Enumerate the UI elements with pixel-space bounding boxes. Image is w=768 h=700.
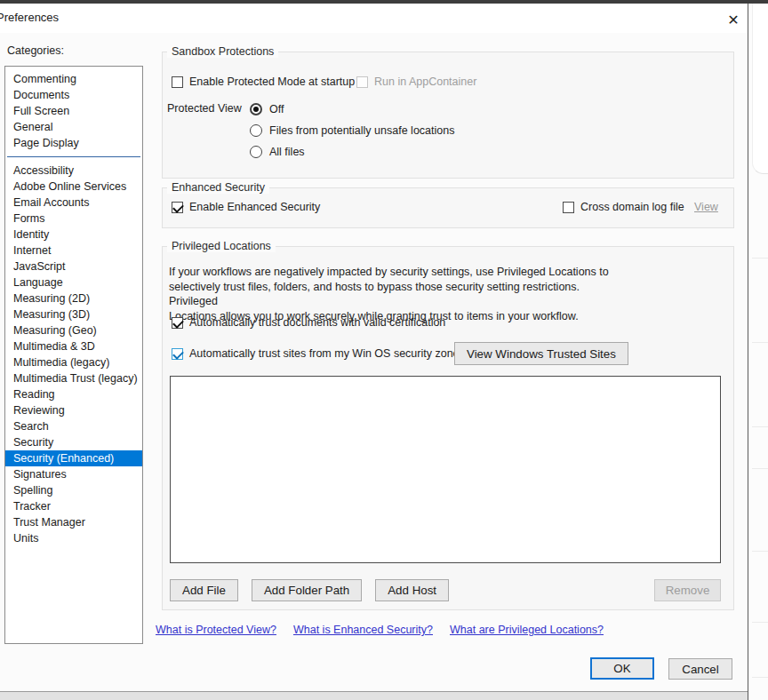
sandbox-protections-group: Sandbox Protections Enable Protected Mod… (162, 52, 734, 179)
category-item[interactable]: Search (5, 418, 142, 434)
view-windows-trusted-sites-button[interactable]: View Windows Trusted Sites (454, 342, 628, 365)
trust-sites-row: Automatically trust sites from my Win OS… (172, 347, 465, 360)
divider (752, 342, 768, 343)
category-item[interactable]: Measuring (3D) (5, 306, 142, 322)
radio-label: Files from potentially unsafe locations (269, 124, 454, 137)
sandbox-protections-title: Sandbox Protections (167, 45, 278, 58)
remove-button: Remove (654, 579, 721, 601)
help-links-row: What is Protected View?What is Enhanced … (156, 624, 604, 636)
protected-view-option[interactable]: All files (250, 141, 454, 163)
help-link[interactable]: What are Privileged Locations? (450, 624, 604, 636)
categories-label: Categories: (7, 44, 64, 57)
trust-sites-label: Automatically trust sites from my Win OS… (189, 347, 465, 360)
dialog-bottom-strip (0, 692, 748, 700)
category-item[interactable]: JavaScript (5, 259, 142, 274)
dialog-title: Preferences (0, 11, 59, 24)
privileged-locations-title: Privileged Locations (167, 240, 276, 252)
enable-protected-mode-label: Enable Protected Mode at startup (189, 76, 355, 88)
trust-sites-checkbox[interactable] (172, 348, 183, 360)
category-item[interactable]: Multimedia Trust (legacy) (5, 370, 142, 386)
enable-enhanced-security-checkbox[interactable] (172, 202, 183, 213)
category-item[interactable]: Signatures (5, 466, 142, 482)
protected-view-label: Protected View (167, 102, 242, 115)
trust-docs-label: Automatically trust documents with valid… (189, 316, 445, 329)
enable-enhanced-security-row: Enable Enhanced Security (172, 201, 320, 213)
category-item[interactable]: Internet (5, 243, 142, 259)
category-item[interactable]: Spelling (5, 482, 142, 498)
category-item[interactable]: Multimedia (legacy) (5, 354, 142, 370)
divider (752, 258, 768, 259)
privileged-locations-listbox[interactable] (170, 376, 721, 563)
category-item[interactable]: Security (Enhanced) (5, 450, 142, 466)
trust-docs-checkbox[interactable] (172, 317, 183, 329)
category-item[interactable]: Tracker (5, 498, 142, 514)
privileged-description: If your workflows are negatively impacte… (169, 265, 631, 323)
help-link[interactable]: What is Enhanced Security? (293, 624, 433, 636)
category-item[interactable]: Documents (5, 87, 142, 103)
run-in-appcontainer-row: Run in AppContainer (356, 76, 476, 88)
radio-label: Off (269, 103, 284, 115)
privileged-locations-group: Privileged Locations If your workflows a… (162, 246, 734, 610)
category-item[interactable]: Commenting (5, 71, 142, 87)
category-item[interactable]: General (5, 119, 142, 135)
preferences-dialog: Preferences ✕ Categories: CommentingDocu… (0, 0, 748, 700)
radio-icon[interactable] (250, 124, 262, 137)
run-in-appcontainer-checkbox (356, 76, 368, 88)
category-divider (7, 156, 140, 157)
divider (752, 426, 768, 427)
category-item[interactable]: Security (5, 434, 142, 450)
category-item[interactable]: Reading (5, 386, 142, 402)
category-item[interactable]: Full Screen (5, 103, 142, 119)
enable-protected-mode-row: Enable Protected Mode at startup (172, 76, 355, 88)
divider (752, 468, 768, 469)
radio-label: All files (269, 146, 305, 158)
divider (752, 551, 768, 552)
cross-domain-label: Cross domain log file (580, 201, 684, 213)
privileged-buttons-row: Add File Add Folder Path Add Host (170, 579, 462, 601)
category-item[interactable]: Multimedia & 3D (5, 338, 142, 354)
protected-view-options: OffFiles from potentially unsafe locatio… (250, 99, 454, 163)
run-in-appcontainer-label: Run in AppContainer (374, 76, 476, 88)
add-host-button[interactable]: Add Host (375, 579, 449, 601)
view-log-link[interactable]: View (694, 201, 718, 213)
divider (752, 622, 768, 623)
ok-button[interactable]: OK (590, 657, 654, 680)
cross-domain-row: Cross domain log file (563, 201, 684, 213)
cross-domain-checkbox[interactable] (563, 202, 574, 213)
category-item[interactable]: Page Display (5, 135, 142, 151)
category-item[interactable]: Forms (5, 211, 142, 227)
protected-view-option[interactable]: Files from potentially unsafe locations (250, 120, 454, 141)
category-item[interactable]: Email Accounts (5, 195, 142, 211)
add-folder-path-button[interactable]: Add Folder Path (252, 579, 362, 601)
privileged-description-line: If your workflows are negatively impacte… (169, 265, 631, 280)
cancel-button[interactable]: Cancel (668, 658, 732, 680)
close-icon[interactable]: ✕ (722, 8, 745, 31)
radio-icon[interactable] (250, 146, 262, 158)
radio-icon[interactable] (250, 103, 262, 115)
category-item[interactable]: Measuring (2D) (5, 290, 142, 306)
help-link[interactable]: What is Protected View? (156, 624, 276, 636)
category-item[interactable]: Units (5, 530, 142, 546)
category-item[interactable]: Measuring (Geo) (5, 322, 142, 338)
category-item[interactable]: Accessibility (5, 163, 142, 179)
category-item[interactable]: Reviewing (5, 402, 142, 418)
protected-view-option[interactable]: Off (250, 99, 454, 120)
enable-enhanced-security-label: Enable Enhanced Security (189, 201, 320, 213)
privileged-description-line: selectively trust files, folders, and ho… (169, 280, 631, 309)
background-app-panel (748, 0, 768, 700)
category-item[interactable]: Identity (5, 227, 142, 243)
add-file-button[interactable]: Add File (170, 579, 238, 601)
dialog-titlebar: Preferences ✕ (0, 4, 748, 33)
enhanced-security-title: Enhanced Security (167, 181, 269, 194)
categories-list[interactable]: CommentingDocumentsFull ScreenGeneralPag… (4, 66, 143, 644)
cross-domain-view-row: View (694, 201, 718, 213)
divider (752, 677, 768, 678)
category-item[interactable]: Language (5, 274, 142, 290)
background-panel-card (752, 4, 768, 174)
trust-docs-row: Automatically trust documents with valid… (172, 316, 445, 329)
enable-protected-mode-checkbox[interactable] (172, 76, 183, 88)
category-item[interactable]: Adobe Online Services (5, 179, 142, 195)
window-top-edge (0, 0, 768, 4)
category-item[interactable]: Trust Manager (5, 514, 142, 530)
enhanced-security-group: Enhanced Security Enable Enhanced Securi… (162, 187, 734, 228)
